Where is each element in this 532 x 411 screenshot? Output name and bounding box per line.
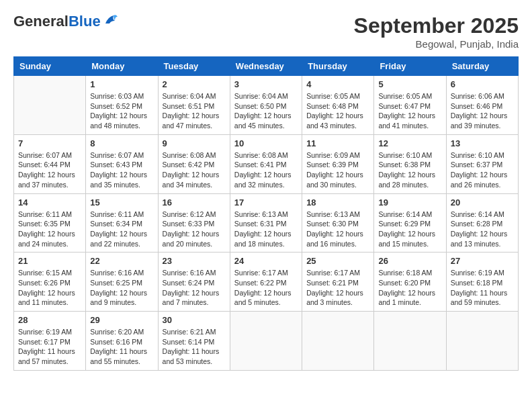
day-info: Sunrise: 6:07 AM Sunset: 6:43 PM Dayligh… [90,150,153,190]
calendar-week-row: 21Sunrise: 6:15 AM Sunset: 6:26 PM Dayli… [14,253,519,312]
calendar-cell: 30Sunrise: 6:21 AM Sunset: 6:14 PM Dayli… [158,312,230,371]
day-info: Sunrise: 6:15 AM Sunset: 6:26 PM Dayligh… [18,268,81,308]
calendar-header: SundayMondayTuesdayWednesdayThursdayFrid… [14,57,519,76]
day-number: 7 [18,138,81,148]
calendar-cell [374,312,446,371]
calendar-cell: 19Sunrise: 6:14 AM Sunset: 6:29 PM Dayli… [374,193,446,253]
day-info: Sunrise: 6:10 AM Sunset: 6:38 PM Dayligh… [378,150,441,190]
day-info: Sunrise: 6:14 AM Sunset: 6:28 PM Dayligh… [451,210,514,249]
calendar-cell: 18Sunrise: 6:13 AM Sunset: 6:30 PM Dayli… [302,193,374,253]
weekday-header-wednesday: Wednesday [230,57,302,76]
day-number: 24 [234,256,298,266]
calendar-cell: 25Sunrise: 6:17 AM Sunset: 6:21 PM Dayli… [302,253,374,312]
logo-general: General [13,13,69,30]
day-number: 26 [378,256,441,266]
calendar-cell: 6Sunrise: 6:06 AM Sunset: 6:46 PM Daylig… [446,76,518,135]
day-info: Sunrise: 6:03 AM Sunset: 6:52 PM Dayligh… [90,91,153,131]
day-info: Sunrise: 6:04 AM Sunset: 6:50 PM Dayligh… [234,91,298,131]
day-info: Sunrise: 6:13 AM Sunset: 6:31 PM Dayligh… [234,210,298,249]
calendar-cell: 11Sunrise: 6:09 AM Sunset: 6:39 PM Dayli… [302,134,374,193]
month-title: September 2025 [354,13,519,38]
day-info: Sunrise: 6:05 AM Sunset: 6:47 PM Dayligh… [378,91,441,131]
calendar-cell: 2Sunrise: 6:04 AM Sunset: 6:51 PM Daylig… [158,76,230,135]
calendar-cell: 10Sunrise: 6:08 AM Sunset: 6:41 PM Dayli… [230,134,302,193]
calendar-cell: 1Sunrise: 6:03 AM Sunset: 6:52 PM Daylig… [86,76,158,135]
day-number: 18 [306,197,369,208]
day-info: Sunrise: 6:16 AM Sunset: 6:25 PM Dayligh… [90,268,153,308]
day-number: 12 [378,138,441,148]
day-number: 20 [451,197,514,208]
day-info: Sunrise: 6:11 AM Sunset: 6:35 PM Dayligh… [18,210,81,249]
day-info: Sunrise: 6:21 AM Sunset: 6:14 PM Dayligh… [163,327,226,367]
day-number: 19 [378,197,441,208]
day-info: Sunrise: 6:04 AM Sunset: 6:51 PM Dayligh… [163,91,226,131]
day-number: 30 [163,315,226,325]
calendar-cell: 20Sunrise: 6:14 AM Sunset: 6:28 PM Dayli… [446,193,518,253]
day-info: Sunrise: 6:08 AM Sunset: 6:42 PM Dayligh… [163,150,226,190]
day-number: 29 [90,315,153,325]
calendar-cell: 17Sunrise: 6:13 AM Sunset: 6:31 PM Dayli… [230,193,302,253]
location: Begowal, Punjab, India [354,38,519,50]
calendar-cell: 29Sunrise: 6:20 AM Sunset: 6:16 PM Dayli… [86,312,158,371]
calendar-cell: 5Sunrise: 6:05 AM Sunset: 6:47 PM Daylig… [374,76,446,135]
calendar-cell: 24Sunrise: 6:17 AM Sunset: 6:22 PM Dayli… [230,253,302,312]
day-info: Sunrise: 6:19 AM Sunset: 6:18 PM Dayligh… [451,268,514,308]
logo-blue: Blue [69,13,101,30]
calendar-cell: 12Sunrise: 6:10 AM Sunset: 6:38 PM Dayli… [374,134,446,193]
calendar-cell: 7Sunrise: 6:07 AM Sunset: 6:44 PM Daylig… [14,134,86,193]
calendar-cell: 22Sunrise: 6:16 AM Sunset: 6:25 PM Dayli… [86,253,158,312]
weekday-header-monday: Monday [86,57,158,76]
title-block: September 2025 Begowal, Punjab, India [354,13,519,50]
day-number: 2 [163,79,226,89]
day-number: 23 [163,256,226,266]
day-number: 17 [234,197,298,208]
calendar-cell: 8Sunrise: 6:07 AM Sunset: 6:43 PM Daylig… [86,134,158,193]
calendar-week-row: 28Sunrise: 6:19 AM Sunset: 6:17 PM Dayli… [14,312,519,371]
calendar-cell: 26Sunrise: 6:18 AM Sunset: 6:20 PM Dayli… [374,253,446,312]
calendar-week-row: 14Sunrise: 6:11 AM Sunset: 6:35 PM Dayli… [14,193,519,253]
weekday-header-thursday: Thursday [302,57,374,76]
calendar-cell: 3Sunrise: 6:04 AM Sunset: 6:50 PM Daylig… [230,76,302,135]
day-number: 27 [451,256,514,266]
day-number: 5 [378,79,441,89]
weekday-header-saturday: Saturday [446,57,518,76]
weekday-header-sunday: Sunday [14,57,86,76]
day-number: 9 [163,138,226,148]
day-info: Sunrise: 6:06 AM Sunset: 6:46 PM Dayligh… [451,91,514,131]
day-number: 1 [90,79,153,89]
day-info: Sunrise: 6:17 AM Sunset: 6:21 PM Dayligh… [306,268,369,308]
weekday-row: SundayMondayTuesdayWednesdayThursdayFrid… [14,57,519,76]
logo-bird-icon [103,14,118,26]
calendar-cell: 4Sunrise: 6:05 AM Sunset: 6:48 PM Daylig… [302,76,374,135]
day-info: Sunrise: 6:08 AM Sunset: 6:41 PM Dayligh… [234,150,298,190]
calendar-body: 1Sunrise: 6:03 AM Sunset: 6:52 PM Daylig… [14,76,519,371]
day-number: 25 [306,256,369,266]
calendar-cell [446,312,518,371]
day-info: Sunrise: 6:09 AM Sunset: 6:39 PM Dayligh… [306,150,369,190]
day-number: 15 [90,197,153,208]
day-number: 4 [306,79,369,89]
day-number: 11 [306,138,369,148]
day-number: 6 [451,79,514,89]
day-number: 16 [163,197,226,208]
calendar-cell: 9Sunrise: 6:08 AM Sunset: 6:42 PM Daylig… [158,134,230,193]
day-number: 22 [90,256,153,266]
calendar-cell: 23Sunrise: 6:16 AM Sunset: 6:24 PM Dayli… [158,253,230,312]
weekday-header-tuesday: Tuesday [158,57,230,76]
day-number: 8 [90,138,153,148]
calendar-cell [230,312,302,371]
day-info: Sunrise: 6:05 AM Sunset: 6:48 PM Dayligh… [306,91,369,131]
day-info: Sunrise: 6:18 AM Sunset: 6:20 PM Dayligh… [378,268,441,308]
weekday-header-friday: Friday [374,57,446,76]
calendar-cell [14,76,86,135]
day-info: Sunrise: 6:12 AM Sunset: 6:33 PM Dayligh… [163,210,226,249]
day-number: 28 [18,315,81,325]
day-number: 10 [234,138,298,148]
day-info: Sunrise: 6:16 AM Sunset: 6:24 PM Dayligh… [163,268,226,308]
day-info: Sunrise: 6:19 AM Sunset: 6:17 PM Dayligh… [18,327,81,367]
calendar-cell: 21Sunrise: 6:15 AM Sunset: 6:26 PM Dayli… [14,253,86,312]
calendar-week-row: 1Sunrise: 6:03 AM Sunset: 6:52 PM Daylig… [14,76,519,135]
day-number: 21 [18,256,81,266]
day-info: Sunrise: 6:11 AM Sunset: 6:34 PM Dayligh… [90,210,153,249]
page-header: GeneralBlue September 2025 Begowal, Punj… [13,13,519,50]
